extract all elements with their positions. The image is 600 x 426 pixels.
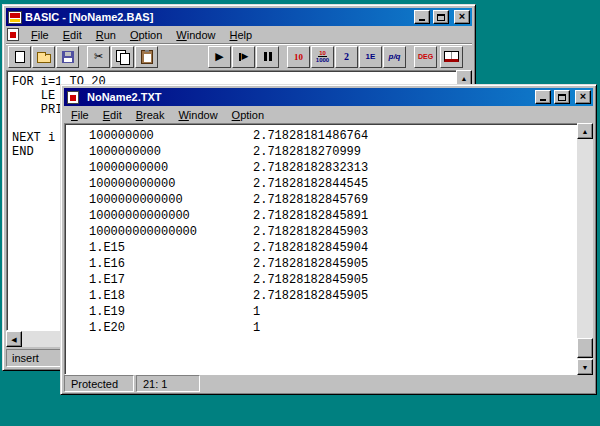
output-close-button[interactable]: × bbox=[575, 90, 591, 104]
book-icon bbox=[444, 51, 459, 62]
e-approx-value: 2.71828182845905 bbox=[253, 273, 368, 287]
output-menu-file[interactable]: File bbox=[64, 107, 96, 123]
output-text-window: NoName2.TXT × File Edit Break Window Opt… bbox=[60, 84, 597, 395]
deg-mode-button[interactable]: DEG bbox=[414, 46, 437, 68]
power-value: 100000000 bbox=[89, 128, 253, 144]
menu-edit[interactable]: Edit bbox=[56, 27, 89, 43]
left-arrow-icon: ◀ bbox=[11, 336, 16, 343]
pause-button[interactable] bbox=[256, 46, 279, 68]
up-arrow-icon: ▲ bbox=[461, 75, 468, 82]
help-book-button[interactable] bbox=[440, 46, 463, 68]
step-icon: ▶ bbox=[239, 52, 249, 61]
e-approx-value: 1 bbox=[253, 321, 260, 335]
rational-mode-icon: p/q bbox=[389, 52, 401, 61]
power-value: 10000000000000 bbox=[89, 208, 253, 224]
e-approx-value: 1 bbox=[253, 305, 260, 319]
scissors-icon: ✂ bbox=[94, 51, 103, 62]
output-menu-break[interactable]: Break bbox=[129, 107, 172, 123]
e-approx-value: 2.71828182845905 bbox=[253, 257, 368, 271]
main-window-title: BASIC - [NoName2.BAS] bbox=[25, 11, 411, 23]
pause-icon bbox=[264, 52, 272, 61]
output-statusbar: Protected 21: 1 bbox=[64, 374, 593, 392]
power-value: 100000000000 bbox=[89, 176, 253, 192]
save-button[interactable] bbox=[56, 46, 79, 68]
down-arrow-icon: ▼ bbox=[582, 364, 589, 371]
output-window-title: NoName2.TXT bbox=[87, 91, 532, 103]
output-maximize-button[interactable] bbox=[554, 90, 570, 104]
power-value: 1.E15 bbox=[89, 240, 253, 256]
power-value: 1000000000000 bbox=[89, 192, 253, 208]
misc-button-group: DEG bbox=[414, 46, 463, 68]
menu-window[interactable]: Window bbox=[169, 27, 222, 43]
copy-button[interactable] bbox=[111, 46, 134, 68]
thousand-digit-icon: 10 1000 bbox=[316, 50, 329, 63]
paste-clipboard-icon bbox=[141, 50, 153, 64]
minimize-icon bbox=[419, 19, 425, 21]
up-arrow-icon: ▲ bbox=[582, 128, 589, 135]
decimal-mode-icon: 10 bbox=[294, 52, 303, 62]
output-row: 1000000002.71828181486764 bbox=[89, 128, 578, 144]
output-scroll-down-button[interactable]: ▼ bbox=[577, 359, 593, 375]
output-scroll-thumb[interactable] bbox=[577, 338, 593, 358]
output-menu-option[interactable]: Option bbox=[225, 107, 271, 123]
output-row: 1.E201 bbox=[89, 320, 578, 336]
mode-button-group: 10 10 1000 2 1E p/q bbox=[287, 46, 406, 68]
step-button[interactable]: ▶ bbox=[232, 46, 255, 68]
menu-file[interactable]: File bbox=[24, 27, 56, 43]
thousand-digit-mode-button[interactable]: 10 1000 bbox=[311, 46, 334, 68]
output-row: 1.E162.71828182845905 bbox=[89, 256, 578, 272]
file-button-group bbox=[8, 46, 79, 68]
main-titlebar[interactable]: BASIC - [NoName2.BAS] × bbox=[6, 8, 472, 26]
power-value: 1.E17 bbox=[89, 272, 253, 288]
output-row: 1.E182.71828182845905 bbox=[89, 288, 578, 304]
run-button[interactable]: ▶ bbox=[208, 46, 231, 68]
maximize-icon bbox=[558, 94, 566, 101]
output-row: 100000000002.71828182832313 bbox=[89, 160, 578, 176]
deg-icon: DEG bbox=[418, 53, 433, 60]
rational-mode-button[interactable]: p/q bbox=[383, 46, 406, 68]
exponent-mode-button[interactable]: 1E bbox=[359, 46, 382, 68]
protected-status: Protected bbox=[64, 375, 134, 392]
document-icon[interactable] bbox=[7, 28, 19, 41]
close-icon: × bbox=[580, 91, 586, 102]
power-value: 100000000000000 bbox=[89, 224, 253, 240]
save-floppy-icon bbox=[62, 51, 74, 63]
e-approx-value: 2.71828182845903 bbox=[253, 225, 368, 239]
new-button[interactable] bbox=[8, 46, 31, 68]
output-menubar: File Edit Break Window Option bbox=[64, 106, 593, 123]
power-value: 1.E16 bbox=[89, 256, 253, 272]
power-value: 10000000000 bbox=[89, 160, 253, 176]
minimize-button[interactable] bbox=[414, 10, 430, 24]
run-button-group: ▶ ▶ bbox=[208, 46, 279, 68]
menu-help[interactable]: Help bbox=[222, 27, 259, 43]
output-titlebar[interactable]: NoName2.TXT × bbox=[64, 88, 593, 106]
power-value: 1.E18 bbox=[89, 288, 253, 304]
binary-mode-button[interactable]: 2 bbox=[335, 46, 358, 68]
open-button[interactable] bbox=[32, 46, 55, 68]
paste-button[interactable] bbox=[135, 46, 158, 68]
main-menubar: File Edit Run Option Window Help bbox=[6, 26, 472, 43]
menu-option[interactable]: Option bbox=[123, 27, 169, 43]
maximize-button[interactable] bbox=[433, 10, 449, 24]
output-menu-edit[interactable]: Edit bbox=[96, 107, 129, 123]
power-value: 1.E20 bbox=[89, 320, 253, 336]
output-vscrollbar[interactable]: ▲ ▼ bbox=[577, 123, 593, 375]
output-scroll-up-button[interactable]: ▲ bbox=[577, 123, 593, 139]
cut-button[interactable]: ✂ bbox=[87, 46, 110, 68]
play-icon: ▶ bbox=[215, 51, 223, 62]
output-row: 10000000002.7182818270999 bbox=[89, 144, 578, 160]
output-menu-window[interactable]: Window bbox=[171, 107, 224, 123]
basic-app-icon bbox=[8, 11, 22, 24]
editor-scroll-left-button[interactable]: ◀ bbox=[6, 331, 22, 347]
output-row: 10000000000002.71828182845769 bbox=[89, 192, 578, 208]
e-approx-value: 2.7182818270999 bbox=[253, 145, 361, 159]
close-button[interactable]: × bbox=[454, 10, 470, 24]
menu-run[interactable]: Run bbox=[89, 27, 123, 43]
edit-button-group: ✂ bbox=[87, 46, 158, 68]
output-minimize-button[interactable] bbox=[535, 90, 551, 104]
decimal-mode-button[interactable]: 10 bbox=[287, 46, 310, 68]
output-text-area[interactable]: 1000000002.71828181486764 10000000002.71… bbox=[64, 123, 579, 375]
output-row: 1.E172.71828182845905 bbox=[89, 272, 578, 288]
desktop: { "colors": { "desktop": "#008080", "tit… bbox=[0, 0, 600, 426]
text-file-icon bbox=[67, 91, 79, 104]
